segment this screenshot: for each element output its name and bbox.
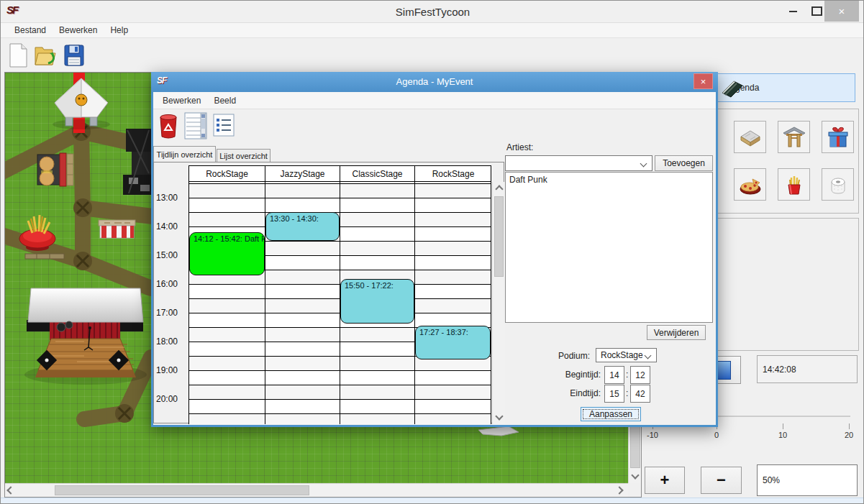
remove-artist-button[interactable]: Verwijderen [647,325,706,340]
tent [53,78,110,129]
end-minute-field[interactable]: 42 [630,385,650,403]
add-artist-button[interactable]: Toevoegen [655,155,713,171]
slider-tick [849,423,850,429]
market-stall [99,220,135,238]
grid-scroll-thumb[interactable] [494,196,504,277]
save-file-icon [63,44,85,67]
schedule-grid[interactable]: 14:12 - 15:42: Daft Punk13:30 - 14:30:15… [188,182,491,424]
grid-scroll-down-icon[interactable] [496,413,502,419]
shop-button-gift[interactable] [822,121,854,153]
agenda-dialog: SF Agenda - MyEvent × BewerkenBeeld [151,72,718,427]
chevron-down-icon [645,352,652,359]
dialog-menubar: BewerkenBeeld [153,92,716,109]
shop-button-torii-gate[interactable] [778,121,810,153]
status-strip [1,498,864,504]
apply-button[interactable]: Aanpassen [581,407,641,421]
grid-vscrollbar[interactable] [492,182,505,424]
time-label-16:00: 16:00 [156,279,188,289]
schedule-event[interactable]: 17:27 - 18:37: [415,326,491,359]
shop-button-toilet-paper[interactable] [822,168,854,201]
scroll-down-icon[interactable] [632,472,638,478]
open-file-icon [34,43,57,68]
agenda-book-icon [719,78,744,98]
stage-header-rockstage: RockStage [189,166,265,181]
begin-time-label: Begintijd: [536,370,601,380]
schedule-event[interactable]: 14:12 - 15:42: Daft Punk [189,232,265,275]
zoom-out-button[interactable]: − [701,467,742,494]
shop-button-tile[interactable] [734,121,766,153]
list-view-icon [213,114,235,137]
timeline-view-icon [184,112,207,139]
fries-icon [782,173,806,197]
main-stage [24,288,147,385]
scroll-left-icon[interactable] [8,487,14,493]
tab-lijst-overzicht[interactable]: Lijst overzicht [217,149,270,162]
grid-scroll-up-icon[interactable] [496,186,502,192]
maximize-icon [811,6,822,16]
menu-item-help[interactable]: Help [104,24,135,37]
time-label-19:00: 19:00 [156,365,188,375]
end-hour-field[interactable]: 15 [604,385,624,403]
time-label-18:00: 18:00 [156,336,188,347]
side-table [67,154,73,185]
clock-value: 14:42:08 [763,365,796,375]
slider-tick-label: -10 [642,431,663,439]
dialog-border-bottom [151,425,718,427]
main-toolbar [1,38,864,72]
scroll-right-icon[interactable] [617,487,622,493]
trash-icon [158,114,178,139]
save-file-button[interactable] [61,42,87,69]
podium-combo-value: RockStage [601,350,643,360]
stage-header-classicstage: ClassicStage [340,166,415,181]
map-hscrollbar[interactable] [5,483,628,497]
burger-stand [37,153,66,186]
artist-combobox[interactable] [505,155,652,171]
stage-equipment [123,129,152,195]
zoom-level-value: 50% [763,475,780,485]
tab-tijdlijn-overzicht[interactable]: Tijdlijn overzicht [153,146,216,162]
time-label-20:00: 20:00 [156,394,188,404]
shop-button-fries[interactable] [778,168,810,201]
open-file-button[interactable] [32,42,58,69]
podium-combobox[interactable]: RockStage [596,348,657,362]
schedule-event[interactable]: 15:50 - 17:22: [340,279,414,323]
tile-icon [738,125,763,150]
slider-tick-label: 10 [772,431,793,439]
delete-trash-button[interactable] [158,114,178,142]
timeline-view-button[interactable] [184,112,207,142]
close-button[interactable]: × [824,1,859,22]
dialog-menu-item-beeld[interactable]: Beeld [207,94,242,107]
menu-item-bestand[interactable]: Bestand [8,24,53,37]
dialog-border-right [716,72,718,427]
torii-gate-icon [782,125,806,150]
zoom-level-field[interactable]: 50% [757,464,858,496]
list-view-button[interactable] [213,114,235,139]
simfesttycoon-window: SF SimFestTycoon × BestandBewerkenHelp [0,0,864,504]
schedule-event[interactable]: 13:30 - 14:30: [265,212,340,241]
time-label-14:00: 14:00 [156,221,188,232]
dialog-toolbar [153,109,716,146]
dialog-titlebar[interactable]: SF Agenda - MyEvent × [151,72,718,92]
app-title: SimFestTycoon [1,6,864,18]
bench [25,254,64,259]
new-file-button[interactable] [5,42,31,69]
shop-button-pizza[interactable] [734,168,766,201]
begin-time-separator: : [626,370,628,380]
dialog-menu-item-bewerken[interactable]: Bewerken [156,94,207,107]
stage-header-jazzystage: JazzyStage [265,166,340,181]
end-time-label: Eindtijd: [536,388,601,398]
menu-item-bewerken[interactable]: Bewerken [53,24,104,37]
begin-hour-field[interactable]: 14 [604,366,624,384]
artist-list-item[interactable]: Daft Punk [506,173,712,187]
time-label-17:00: 17:00 [156,308,188,318]
minimize-icon [789,11,797,12]
dialog-close-button[interactable]: × [694,73,713,89]
grid-column-line [414,182,415,424]
zoom-in-button[interactable]: + [645,467,685,494]
begin-minute-field[interactable]: 12 [630,366,650,384]
artist-list[interactable]: Daft Punk [505,172,713,323]
minimize-button[interactable] [782,1,804,22]
end-time-separator: : [626,388,628,398]
hscroll-thumb[interactable] [55,485,309,495]
timeline-pane: 13:0014:0015:0016:0017:0018:0019:0020:00… [153,162,504,423]
